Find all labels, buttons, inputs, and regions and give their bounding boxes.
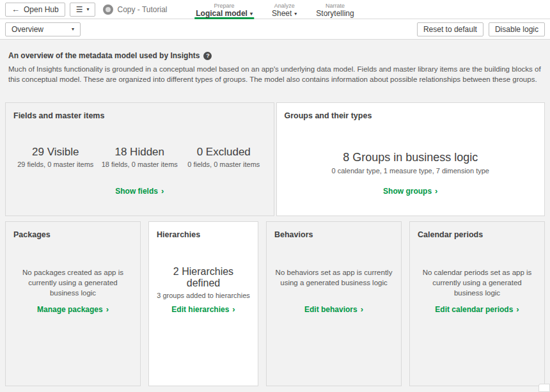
chevron-down-icon: ▾ <box>250 12 253 17</box>
stat-value: 29 Visible <box>13 146 98 159</box>
reset-to-default-button[interactable]: Reset to default <box>417 22 483 36</box>
link-label: Show groups <box>383 187 432 196</box>
fields-and-master-items-card: Fields and master items 29 Visible 29 fi… <box>5 102 274 216</box>
chevron-right-icon: › <box>232 305 235 313</box>
app-info: Copy - Tutorial <box>103 4 167 15</box>
stat-detail: 0 fields, 0 master items <box>182 161 266 168</box>
floating-widget-button[interactable] <box>538 384 550 392</box>
cards-row-1: Fields and master items 29 Visible 29 fi… <box>5 102 545 216</box>
manage-packages-link[interactable]: Manage packages › <box>6 305 140 314</box>
edit-calendar-periods-link[interactable]: Edit calendar periods › <box>410 305 544 314</box>
packages-card: Packages No packages created as app is c… <box>5 221 141 386</box>
show-fields-link[interactable]: Show fields › <box>6 187 274 196</box>
chevron-down-icon: ▾ <box>72 27 74 32</box>
nav-section-label: Analyze <box>274 3 295 10</box>
stat-detail: 3 groups added to hierarchies <box>157 292 250 299</box>
intro-description: Much of Insights functionality is ground… <box>8 65 542 85</box>
packages-message: No packages created as app is currently … <box>13 267 132 298</box>
disable-logic-label: Disable logic <box>495 25 538 34</box>
top-bar: ← Open Hub ☰ ▾ Copy - Tutorial Prepare L… <box>0 0 550 19</box>
hamburger-icon: ☰ <box>76 6 83 13</box>
chevron-down-icon: ▾ <box>294 12 297 17</box>
chevron-right-icon: › <box>435 187 437 195</box>
app-icon <box>103 4 113 15</box>
edit-behaviors-link[interactable]: Edit behaviors › <box>267 305 401 314</box>
edit-hierarchies-link[interactable]: Edit hierarchies › <box>149 305 258 314</box>
link-label: Show fields <box>115 187 158 196</box>
groups-and-types-card: Groups and their types 8 Groups in busin… <box>276 102 546 216</box>
link-label: Edit hierarchies <box>171 305 229 314</box>
intro-section: An overview of the metadata model used b… <box>5 40 545 85</box>
nav-section-label: Narrate <box>326 3 345 10</box>
stat-value: 2 Hierarchies defined <box>157 266 250 289</box>
nav-item-label: Sheet <box>272 9 292 19</box>
link-label: Manage packages <box>37 305 103 314</box>
topbar-left: ← Open Hub ☰ ▾ Copy - Tutorial <box>5 3 168 17</box>
card-title: Fields and master items <box>13 111 266 120</box>
nav-prepare-logical-model[interactable]: Prepare Logical model ▾ <box>194 0 254 19</box>
link-label: Edit calendar periods <box>435 305 513 314</box>
reset-to-default-label: Reset to default <box>423 25 477 34</box>
stat-value: 8 Groups in business logic <box>285 151 537 164</box>
show-groups-link[interactable]: Show groups › <box>277 187 545 196</box>
chevron-right-icon: › <box>106 305 109 313</box>
intro-title: An overview of the metadata model used b… <box>8 51 200 60</box>
disable-logic-button[interactable]: Disable logic <box>489 22 545 36</box>
stat-detail: 18 fields, 0 master items <box>98 161 182 168</box>
app-name: Copy - Tutorial <box>117 5 167 14</box>
view-selector-dropdown[interactable]: Overview ▾ <box>5 22 81 36</box>
open-hub-button[interactable]: ← Open Hub <box>5 3 65 17</box>
view-selector-value: Overview <box>12 25 43 34</box>
stat-value: 0 Excluded <box>182 146 266 159</box>
card-title: Groups and their types <box>285 111 537 120</box>
link-label: Edit behaviors <box>304 305 358 314</box>
stat-detail: 29 fields, 0 master items <box>13 161 98 168</box>
card-title: Packages <box>13 230 132 239</box>
stat-detail: 0 calendar type, 1 measure type, 7 dimen… <box>285 167 537 175</box>
calendar-periods-message: No calendar periods set as app is curren… <box>418 267 537 298</box>
back-arrow-icon: ← <box>12 5 20 13</box>
fields-stats-row: 29 Visible 29 fields, 0 master items 18 … <box>13 146 266 168</box>
card-title: Calendar periods <box>418 230 537 239</box>
card-title: Behaviors <box>274 230 393 239</box>
overview-main: An overview of the metadata model used b… <box>0 40 550 386</box>
view-toolbar: Overview ▾ Reset to default Disable logi… <box>0 19 550 40</box>
chevron-right-icon: › <box>516 305 519 313</box>
groups-stat: 8 Groups in business logic 0 calendar ty… <box>285 151 537 175</box>
excluded-fields-stat: 0 Excluded 0 fields, 0 master items <box>182 146 266 168</box>
nav-item-label: Storytelling <box>316 9 354 19</box>
behaviors-message: No behaviors set as app is currently usi… <box>274 267 393 288</box>
main-navigation: Prepare Logical model ▾ Analyze Sheet ▾ … <box>194 0 355 19</box>
calendar-periods-card: Calendar periods No calendar periods set… <box>409 221 545 386</box>
global-menu-button[interactable]: ☰ ▾ <box>70 3 96 17</box>
nav-analyze-sheet[interactable]: Analyze Sheet ▾ <box>271 0 298 19</box>
behaviors-card: Behaviors No behaviors set as app is cur… <box>266 221 402 386</box>
visible-fields-stat: 29 Visible 29 fields, 0 master items <box>13 146 98 168</box>
card-title: Hierarchies <box>157 230 250 239</box>
open-hub-label: Open Hub <box>24 5 59 14</box>
stat-value: 18 Hidden <box>98 146 182 159</box>
nav-narrate-storytelling[interactable]: Narrate Storytelling <box>315 0 355 19</box>
cards-row-2: Packages No packages created as app is c… <box>5 221 545 386</box>
help-icon[interactable]: ? <box>203 52 212 60</box>
hierarchies-stat: 2 Hierarchies defined 3 groups added to … <box>157 266 250 299</box>
hierarchies-card: Hierarchies 2 Hierarchies defined 3 grou… <box>148 221 258 386</box>
chevron-right-icon: › <box>361 305 363 313</box>
chevron-right-icon: › <box>161 187 164 195</box>
nav-item-label: Logical model <box>196 9 248 19</box>
chevron-down-icon: ▾ <box>86 7 89 12</box>
nav-section-label: Prepare <box>214 3 235 10</box>
hidden-fields-stat: 18 Hidden 18 fields, 0 master items <box>98 146 182 168</box>
